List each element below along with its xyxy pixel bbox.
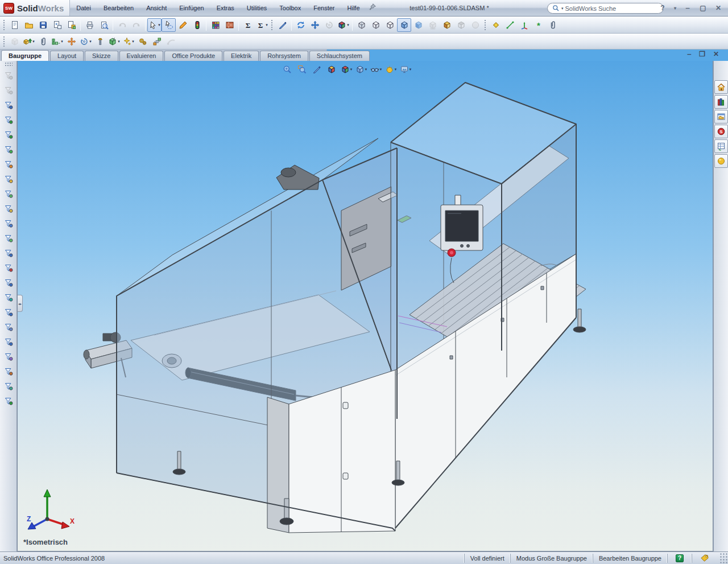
filter-clear-button[interactable] [2, 68, 15, 83]
menu-ansicht[interactable]: Ansicht [140, 0, 173, 16]
zoom-to-area-button[interactable] [295, 63, 309, 76]
filter-edges-button[interactable] [2, 98, 15, 113]
toolbar-grip[interactable] [3, 36, 5, 47]
print-preview-button[interactable] [97, 18, 111, 32]
menu-utilities[interactable]: Utilities [241, 0, 273, 16]
rotate-view-button[interactable] [293, 18, 308, 32]
doc-minimize-button[interactable]: ‒ [687, 50, 691, 58]
menu-fenster[interactable]: Fenster [307, 0, 341, 16]
print-button[interactable] [82, 18, 97, 32]
hidden-lines-removed-button[interactable] [383, 18, 397, 32]
linear-component-pattern-button[interactable]: ▾ [50, 35, 64, 48]
dropdown-arrow-icon[interactable]: ▾ [61, 39, 63, 44]
display-style-button[interactable]: ▾ [354, 63, 368, 76]
photoworks-items-button[interactable] [714, 154, 728, 168]
rotate-component-button[interactable]: ▾ [78, 35, 93, 48]
filter-folders-button[interactable] [2, 172, 15, 187]
realview-graphics-button[interactable] [440, 18, 454, 32]
open-document-button[interactable] [22, 18, 36, 32]
redo-button[interactable] [129, 18, 143, 32]
reference-pen-button[interactable] [275, 18, 289, 32]
sketch-button[interactable] [176, 18, 190, 32]
mate-button[interactable] [36, 35, 50, 48]
toolbar-grip[interactable] [3, 19, 5, 31]
pan-button[interactable] [308, 18, 322, 32]
dropdown-arrow-icon[interactable]: ▾ [132, 39, 134, 44]
minimize-button[interactable]: ‒ [682, 4, 693, 12]
smart-components-button[interactable]: ▾ [121, 35, 135, 48]
resize-grip[interactable] [720, 552, 728, 564]
tab-rohrsystem[interactable]: Rohrsystem [260, 51, 308, 61]
custom-properties-button[interactable] [714, 139, 728, 153]
toolbar-grip[interactable] [5, 62, 13, 67]
menu-extras[interactable]: Extras [210, 0, 241, 16]
file-explorer-button[interactable] [714, 110, 728, 123]
save-button[interactable] [36, 18, 50, 32]
tab-elektrik[interactable]: Elektrik [224, 51, 259, 61]
filter-frames-button[interactable] [2, 157, 15, 172]
tab-skizze[interactable]: Skizze [85, 51, 118, 61]
rotate-component-view-button[interactable] [322, 18, 336, 32]
new-document-button[interactable] [7, 18, 22, 32]
menu-einfügen[interactable]: Einfügen [173, 0, 210, 16]
menu-hilfe[interactable]: Hilfe [341, 0, 366, 16]
measure-button[interactable] [503, 18, 517, 32]
filter-axes-button[interactable] [2, 231, 15, 246]
filter-weld-symbols-button[interactable] [2, 364, 15, 379]
shaded-button[interactable] [411, 18, 425, 32]
zoom-to-fit-button[interactable] [280, 63, 294, 76]
filter-coordinate-systems-button[interactable] [2, 275, 15, 290]
filter-faces-button[interactable] [2, 113, 15, 127]
assembly-features-button[interactable]: ▾ [107, 35, 121, 48]
filter-dimensions-button[interactable] [2, 305, 15, 320]
search-scope-dropdown-icon[interactable]: ▾ [561, 6, 564, 11]
make-assembly-from-assembly-button[interactable] [64, 18, 78, 32]
menu-bearbeiten[interactable]: Bearbeiten [97, 0, 140, 16]
filter-origins-button[interactable] [2, 261, 15, 275]
view-orientation-button[interactable]: ▾ [336, 18, 350, 32]
make-drawing-from-assembly-button[interactable] [50, 18, 64, 32]
perspective-button[interactable] [468, 18, 482, 32]
design-library-button[interactable] [714, 95, 728, 109]
featuremanager-splitter[interactable]: ◂▸ [18, 295, 23, 312]
filter-surface-finish-button[interactable] [2, 394, 15, 409]
hidden-lines-visible-button[interactable] [369, 18, 383, 32]
toolbar-grip[interactable] [271, 19, 273, 31]
solidworks-resources-button[interactable] [714, 80, 728, 94]
dropdown-arrow-icon[interactable]: ▾ [347, 23, 349, 27]
smart-fasteners-button[interactable] [93, 35, 107, 48]
filter-solid-bodies-button[interactable] [2, 142, 15, 157]
mass-properties-button[interactable] [545, 18, 560, 32]
dropdown-arrow-icon[interactable]: ▾ [266, 23, 268, 27]
interference-detection-button[interactable] [135, 35, 150, 48]
view-palette-button[interactable]: S [714, 125, 728, 138]
close-button[interactable]: ✕ [713, 4, 723, 12]
menu-datei[interactable]: Datei [70, 0, 97, 16]
help-button[interactable]: ? [657, 4, 668, 12]
insert-components-button[interactable]: ▾ [22, 35, 36, 48]
graphics-area[interactable]: ▾▾▾▾▾ ◂▸ Z X *Isometrisch [17, 61, 713, 551]
toolbar-grip[interactable] [484, 19, 486, 31]
filter-midpoints-button[interactable] [2, 216, 15, 231]
search-box[interactable]: ▾ SolidWorks Suche [547, 3, 664, 14]
tab-office-produkte[interactable]: Office Produkte [164, 51, 222, 61]
dropdown-arrow-icon[interactable]: ▾ [395, 67, 397, 72]
exploded-view-button[interactable] [150, 35, 164, 48]
dropdown-arrow-icon[interactable]: ▾ [32, 39, 35, 44]
select-button[interactable]: ▾ [147, 18, 162, 32]
edit-component-button[interactable] [7, 35, 22, 48]
reference-coordinate-system-button[interactable] [517, 18, 531, 32]
dropdown-arrow-icon[interactable]: ▾ [380, 67, 382, 72]
maximize-button[interactable]: ▢ [698, 4, 708, 12]
section-view-button[interactable] [454, 18, 468, 32]
filter-vertices-button[interactable] [2, 83, 15, 98]
help-dropdown[interactable]: ▾ [673, 6, 677, 11]
quick-tips-toggle[interactable]: ? [667, 554, 692, 563]
shadows-in-shaded-mode-button[interactable] [425, 18, 440, 32]
doc-restore-button[interactable]: ❐ [699, 50, 705, 58]
reference-point-button[interactable]: * [531, 18, 545, 32]
dropdown-arrow-icon[interactable]: ▾ [89, 39, 92, 44]
smart-dimension-button[interactable] [489, 18, 503, 32]
view-orientation-button[interactable]: ▾ [340, 63, 353, 76]
filter-reference-points-button[interactable] [2, 290, 15, 305]
